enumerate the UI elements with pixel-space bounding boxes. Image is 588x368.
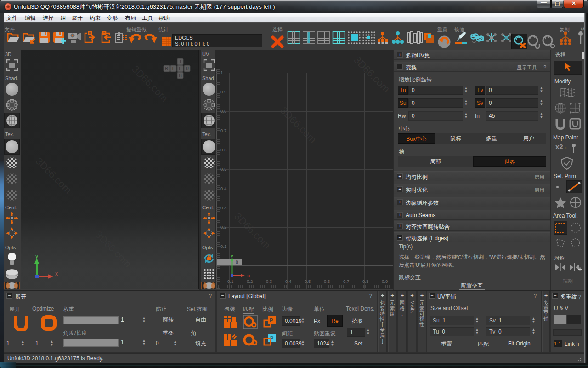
svg-text:0.4: 0.4 bbox=[220, 186, 226, 191]
svg-text:0: 0 bbox=[236, 260, 238, 265]
svg-text:0.5: 0.5 bbox=[220, 167, 226, 172]
svg-text:P: P bbox=[270, 335, 273, 341]
svg-text:0.5: 0.5 bbox=[305, 279, 311, 284]
svg-text:0.7: 0.7 bbox=[220, 128, 226, 133]
svg-text:0.7: 0.7 bbox=[343, 279, 349, 284]
svg-text:0.8: 0.8 bbox=[362, 279, 368, 284]
svg-text:x: x bbox=[55, 270, 58, 277]
svg-text:0.1: 0.1 bbox=[220, 244, 226, 249]
svg-text:P: P bbox=[270, 317, 273, 323]
svg-text:E: E bbox=[179, 66, 182, 71]
svg-text:0.4: 0.4 bbox=[285, 279, 291, 284]
svg-text:0.3: 0.3 bbox=[266, 279, 272, 284]
svg-text:R: R bbox=[186, 66, 189, 71]
svg-text:0.1: 0.1 bbox=[227, 279, 233, 284]
svg-text:0.8: 0.8 bbox=[220, 109, 226, 114]
svg-text:0.3: 0.3 bbox=[220, 205, 226, 210]
svg-text:T: T bbox=[179, 59, 181, 64]
svg-text:B: B bbox=[165, 66, 168, 71]
svg-text:0.6: 0.6 bbox=[220, 147, 226, 152]
svg-text:u: u bbox=[247, 273, 250, 278]
svg-text:0.9: 0.9 bbox=[382, 279, 388, 284]
svg-text:0.2: 0.2 bbox=[247, 279, 253, 284]
svg-text:L: L bbox=[172, 66, 175, 71]
svg-text:0.2: 0.2 bbox=[220, 224, 226, 230]
svg-text:0.6: 0.6 bbox=[324, 279, 330, 284]
svg-text:0.9: 0.9 bbox=[220, 89, 226, 94]
svg-text:B: B bbox=[179, 73, 182, 78]
svg-text:1: 1 bbox=[220, 70, 223, 75]
